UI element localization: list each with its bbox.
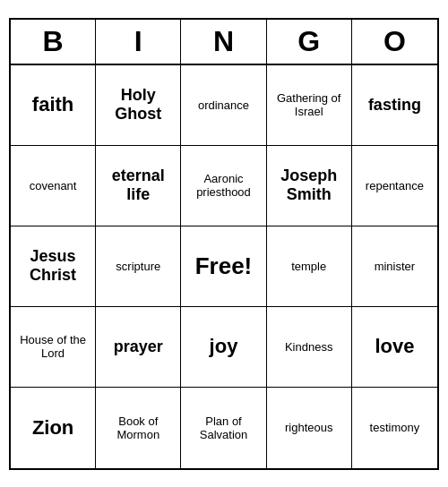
bingo-cell: repentance: [352, 146, 437, 226]
bingo-cell: temple: [267, 226, 352, 307]
bingo-header: BINGO: [11, 20, 437, 65]
bingo-cell: Plan of Salvation: [181, 388, 266, 468]
bingo-cell: eternal life: [96, 146, 181, 226]
header-letter: G: [267, 20, 352, 64]
bingo-cell: Zion: [11, 388, 96, 468]
bingo-cell: Kindness: [267, 307, 352, 388]
bingo-cell: ordinance: [181, 65, 266, 146]
bingo-cell: Holy Ghost: [96, 65, 181, 146]
bingo-cell: faith: [11, 65, 96, 146]
bingo-cell: love: [352, 307, 437, 388]
bingo-cell: righteous: [267, 388, 352, 468]
header-letter: O: [352, 20, 437, 64]
bingo-cell: fasting: [352, 65, 437, 146]
bingo-cell: scripture: [96, 226, 181, 307]
bingo-cell: Book of Mormon: [96, 388, 181, 468]
bingo-cell: Joseph Smith: [267, 146, 352, 226]
bingo-cell: House of the Lord: [11, 307, 96, 388]
bingo-cell: minister: [352, 226, 437, 307]
bingo-cell: Jesus Christ: [11, 226, 96, 307]
bingo-cell: testimony: [352, 388, 437, 468]
bingo-grid: faithHoly GhostordinanceGathering of Isr…: [11, 65, 437, 468]
bingo-cell: joy: [181, 307, 266, 388]
bingo-cell: prayer: [96, 307, 181, 388]
bingo-cell: Free!: [181, 226, 266, 307]
header-letter: I: [96, 20, 181, 64]
bingo-cell: Aaronic priesthood: [181, 146, 266, 226]
bingo-card: BINGO faithHoly GhostordinanceGathering …: [9, 18, 439, 470]
header-letter: N: [181, 20, 266, 64]
header-letter: B: [11, 20, 96, 64]
bingo-cell: covenant: [11, 146, 96, 226]
bingo-cell: Gathering of Israel: [267, 65, 352, 146]
